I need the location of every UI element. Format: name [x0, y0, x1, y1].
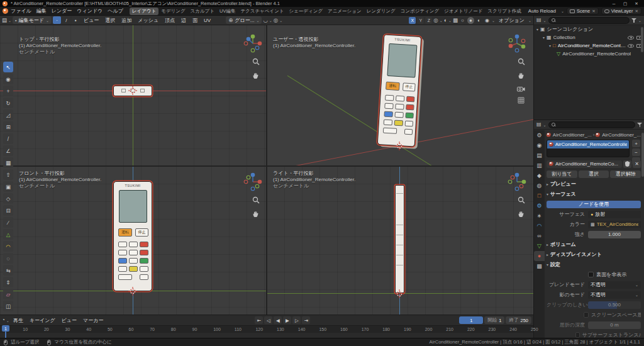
- workspace-tab-modeling[interactable]: モデリング: [158, 8, 187, 15]
- outliner-row-mesh-data[interactable]: ▽ AirConditioner_RemoteControl: [534, 50, 644, 58]
- remote-model-side[interactable]: [395, 185, 404, 293]
- play-reverse-button[interactable]: ◀: [274, 316, 282, 324]
- inset-faces-tool-icon[interactable]: ▣: [3, 181, 13, 192]
- spin-tool-icon[interactable]: ◠: [3, 241, 13, 252]
- mirror-z-button[interactable]: Z: [425, 17, 432, 24]
- zoom-icon[interactable]: [252, 58, 260, 65]
- annotate-tool-icon[interactable]: /: [3, 133, 13, 144]
- tab-tool[interactable]: ⚙: [534, 130, 545, 140]
- next-keyframe-button[interactable]: ▷: [292, 316, 301, 324]
- minimize-button[interactable]: ─: [609, 1, 619, 6]
- zoom-icon[interactable]: [518, 58, 525, 65]
- show-overlays-icon[interactable]: ◐: [444, 17, 447, 23]
- properties-scrollbar[interactable]: [641, 133, 644, 177]
- color-texture-field[interactable]: ▩ TEX_AirConditioner_R...: [588, 221, 641, 228]
- pan-hand-icon[interactable]: [518, 72, 525, 79]
- cursor-tool-icon[interactable]: ◉: [3, 74, 13, 84]
- tab-render[interactable]: ◉: [534, 140, 545, 150]
- auto-reload-caret-icon[interactable]: ⌄: [561, 9, 564, 13]
- show-gizmo-icon[interactable]: ◎: [433, 17, 438, 23]
- proportional-caret-icon[interactable]: ⌄: [279, 18, 282, 23]
- workspace-tab-sculpting[interactable]: スカルプト: [188, 8, 217, 15]
- blender-menu-icon[interactable]: [3, 8, 8, 14]
- start-frame-field[interactable]: 開始1: [484, 316, 504, 324]
- playhead-marker[interactable]: 1: [2, 325, 9, 332]
- tab-particles[interactable]: ∗: [534, 211, 545, 221]
- menu-face[interactable]: 面: [190, 17, 200, 24]
- loop-cut-tool-icon[interactable]: ⊟: [3, 205, 13, 216]
- edge-slide-tool-icon[interactable]: ⇆: [3, 265, 13, 276]
- menu-mesh[interactable]: メッシュ: [135, 17, 161, 24]
- current-frame-field[interactable]: 1: [459, 316, 483, 324]
- grid-toggle-icon[interactable]: [518, 97, 525, 104]
- filter-icon[interactable]: [631, 18, 636, 23]
- snap-caret-icon[interactable]: ⌄: [269, 18, 272, 23]
- screen-space-refraction-checkbox[interactable]: [584, 312, 589, 318]
- poly-build-tool-icon[interactable]: △: [3, 229, 13, 240]
- knife-tool-icon[interactable]: ∕: [3, 217, 13, 228]
- menu-playback[interactable]: 再生: [11, 317, 26, 324]
- properties-search-input[interactable]: [548, 121, 635, 128]
- menu-vertex[interactable]: 頂点: [162, 17, 177, 24]
- add-slot-button[interactable]: +: [632, 140, 640, 147]
- tab-physics[interactable]: ◠: [534, 221, 545, 231]
- viewport-front-view[interactable]: フロント・平行投影 (1) AirConditioner_RemoteContr…: [0, 166, 266, 315]
- navigation-gizmo[interactable]: [243, 172, 262, 191]
- outliner-editor-icon[interactable]: ▤: [536, 18, 541, 23]
- rip-region-tool-icon[interactable]: ◫: [3, 301, 13, 311]
- assign-button[interactable]: 割り当て: [547, 170, 577, 178]
- unlink-material-button[interactable]: ✕: [633, 160, 641, 168]
- vertex-select-button[interactable]: ∙: [53, 16, 61, 24]
- outliner-row-scene-collection[interactable]: ▾ ▣ シーンコレクション: [534, 25, 644, 33]
- menu-window[interactable]: ウィンドウ: [74, 8, 105, 14]
- zoom-icon[interactable]: [252, 196, 260, 204]
- shear-tool-icon[interactable]: ▱: [3, 289, 13, 299]
- panel-surface[interactable]: ▾サーフェス: [547, 190, 641, 198]
- maximize-button[interactable]: ▢: [620, 1, 630, 6]
- rotate-tool-icon[interactable]: ↻: [3, 98, 13, 108]
- zoom-icon[interactable]: [518, 196, 525, 204]
- blend-mode-dropdown[interactable]: 不透明⌄: [588, 281, 641, 289]
- view-layer-selector[interactable]: ViewLayer ✕: [601, 8, 641, 14]
- tab-texture[interactable]: ▩: [534, 261, 545, 271]
- properties-editor-icon[interactable]: ▤: [536, 122, 541, 127]
- subsurface-translucency-checkbox[interactable]: [575, 332, 580, 338]
- outliner-row-collection[interactable]: ▾ ▦ Collection: [534, 33, 644, 42]
- remove-slot-button[interactable]: −: [632, 148, 640, 156]
- shading-wireframe-button[interactable]: ○: [459, 17, 466, 24]
- mirror-x-button[interactable]: X: [409, 17, 416, 24]
- add-cube-tool-icon[interactable]: ▦: [3, 157, 13, 168]
- material-datablock-button[interactable]: AirConditioner_RemoteCo...: [547, 160, 622, 168]
- panel-preview[interactable]: ▸プレビュー: [547, 180, 641, 188]
- workspace-tab-shading[interactable]: シェーディング: [287, 8, 326, 15]
- menu-view[interactable]: ビュー: [81, 17, 101, 24]
- jump-to-end-button[interactable]: ⇥: [302, 316, 310, 324]
- options-dropdown[interactable]: オプション: [496, 17, 527, 24]
- scene-selector[interactable]: Scene ✕: [567, 8, 599, 14]
- workspace-tab-layout[interactable]: レイアウト: [130, 8, 158, 15]
- outliner-scrollbar[interactable]: [641, 27, 643, 52]
- pan-hand-icon[interactable]: [252, 72, 260, 79]
- deselect-button[interactable]: 選択解除: [610, 170, 641, 178]
- menu-add[interactable]: 追加: [119, 17, 134, 24]
- shading-rendered-button[interactable]: ◉: [484, 17, 491, 24]
- menu-select[interactable]: 選択: [103, 17, 118, 24]
- shading-solid-button[interactable]: ●: [467, 17, 474, 24]
- crumb-object[interactable]: AirConditioner_...: [553, 132, 592, 138]
- material-slot-row[interactable]: AirConditioner_RemoteController.: [547, 140, 629, 148]
- close-button[interactable]: ✕: [631, 1, 641, 6]
- quad-horizontal-divider[interactable]: [0, 165, 533, 167]
- transform-tool-icon[interactable]: ⊞: [3, 121, 13, 132]
- menu-help[interactable]: ヘルプ: [105, 8, 126, 14]
- tab-view-layer[interactable]: ▥: [534, 160, 545, 170]
- quad-vertical-divider[interactable]: [266, 25, 267, 315]
- timeline-editor-icon[interactable]: ◔: [2, 318, 5, 323]
- strength-slider[interactable]: 1.000: [588, 231, 641, 238]
- measure-tool-icon[interactable]: ∠: [3, 145, 13, 156]
- navigation-gizmo[interactable]: [508, 172, 526, 191]
- scene-unlink-icon[interactable]: ✕: [592, 9, 595, 14]
- scale-tool-icon[interactable]: ◿: [3, 109, 13, 120]
- tab-object-data[interactable]: ▽: [534, 241, 545, 251]
- menu-render[interactable]: レンダー: [49, 8, 75, 14]
- use-nodes-button[interactable]: ノードを使用: [547, 201, 641, 208]
